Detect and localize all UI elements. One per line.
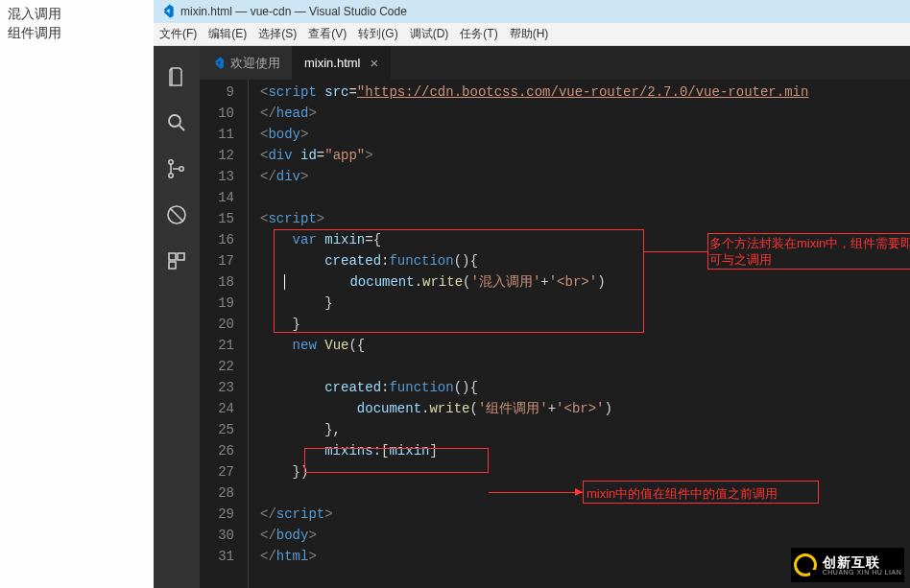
line-number: 30 bbox=[200, 525, 234, 546]
line-number: 24 bbox=[200, 398, 234, 419]
line-number: 22 bbox=[200, 356, 234, 377]
line-number: 20 bbox=[200, 314, 234, 335]
menu-help[interactable]: 帮助(H) bbox=[510, 26, 549, 42]
menu-debug[interactable]: 调试(D) bbox=[410, 26, 449, 42]
output-line-1: 混入调用 bbox=[8, 4, 146, 23]
watermark-text: 创新互联 bbox=[823, 555, 902, 569]
menu-view[interactable]: 查看(V) bbox=[308, 26, 347, 42]
svg-point-2 bbox=[169, 174, 173, 177]
menu-goto[interactable]: 转到(G) bbox=[358, 26, 397, 42]
line-number: 12 bbox=[200, 145, 234, 166]
activity-bar bbox=[154, 46, 200, 588]
code-body[interactable]: <script src="https://cdn.bootcss.com/vue… bbox=[248, 80, 910, 588]
close-icon[interactable]: × bbox=[371, 55, 379, 71]
line-number: 29 bbox=[200, 504, 234, 525]
watermark: 创新互联 CHUANG XIN HU LIAN bbox=[791, 548, 904, 582]
menu-task[interactable]: 任务(T) bbox=[460, 26, 497, 42]
line-number: 17 bbox=[200, 250, 234, 271]
line-number: 25 bbox=[200, 419, 234, 440]
line-number: 18 bbox=[200, 271, 234, 293]
svg-point-3 bbox=[180, 167, 183, 171]
editor-tabs: 欢迎使用 mixin.html × bbox=[200, 46, 910, 80]
menu-edit[interactable]: 编辑(E) bbox=[208, 26, 247, 42]
text-cursor bbox=[284, 274, 285, 290]
editor-group: 欢迎使用 mixin.html × 9101112131415161718192… bbox=[200, 46, 910, 588]
watermark-subtext: CHUANG XIN HU LIAN bbox=[823, 569, 902, 576]
line-gutter: 9101112131415161718192021222324252627282… bbox=[200, 80, 248, 588]
line-number: 9 bbox=[200, 82, 234, 103]
code-area[interactable]: 9101112131415161718192021222324252627282… bbox=[200, 80, 910, 588]
titlebar: mixin.html — vue-cdn — Visual Studio Cod… bbox=[154, 0, 910, 23]
line-number: 16 bbox=[200, 229, 234, 250]
line-number: 31 bbox=[200, 546, 234, 567]
line-number: 28 bbox=[200, 482, 234, 504]
tab-welcome-label: 欢迎使用 bbox=[230, 55, 280, 72]
line-number: 26 bbox=[200, 440, 234, 461]
svg-rect-6 bbox=[178, 253, 184, 260]
svg-rect-7 bbox=[169, 262, 176, 269]
line-number: 19 bbox=[200, 293, 234, 314]
arrow-icon bbox=[575, 488, 583, 496]
vscode-tab-icon bbox=[211, 57, 225, 70]
svg-rect-5 bbox=[169, 253, 176, 260]
git-icon[interactable] bbox=[163, 155, 190, 182]
line-number: 23 bbox=[200, 377, 234, 398]
svg-point-0 bbox=[169, 115, 180, 127]
tab-mixin[interactable]: mixin.html × bbox=[293, 46, 391, 80]
extensions-icon[interactable] bbox=[163, 247, 190, 274]
line-number: 14 bbox=[200, 187, 234, 208]
output-line-2: 组件调用 bbox=[8, 23, 146, 42]
menu-select[interactable]: 选择(S) bbox=[258, 26, 297, 42]
svg-point-1 bbox=[169, 160, 173, 164]
left-output-pane: 混入调用 组件调用 bbox=[0, 0, 154, 588]
line-number: 13 bbox=[200, 166, 234, 187]
search-icon[interactable] bbox=[163, 109, 190, 136]
menu-file[interactable]: 文件(F) bbox=[159, 26, 197, 42]
line-number: 21 bbox=[200, 335, 234, 356]
debug-icon[interactable] bbox=[163, 201, 190, 228]
line-number: 27 bbox=[200, 461, 234, 482]
line-number: 11 bbox=[200, 124, 234, 145]
menubar: 文件(F) 编辑(E) 选择(S) 查看(V) 转到(G) 调试(D) 任务(T… bbox=[154, 23, 910, 46]
line-number: 10 bbox=[200, 103, 234, 124]
vscode-window: mixin.html — vue-cdn — Visual Studio Cod… bbox=[154, 0, 910, 588]
tab-welcome[interactable]: 欢迎使用 bbox=[200, 46, 293, 80]
explorer-icon[interactable] bbox=[163, 63, 190, 90]
titlebar-text: mixin.html — vue-cdn — Visual Studio Cod… bbox=[180, 5, 407, 18]
watermark-logo-icon bbox=[794, 553, 817, 576]
line-number: 15 bbox=[200, 208, 234, 229]
vscode-logo-icon bbox=[159, 4, 175, 19]
tab-mixin-label: mixin.html bbox=[304, 56, 361, 70]
